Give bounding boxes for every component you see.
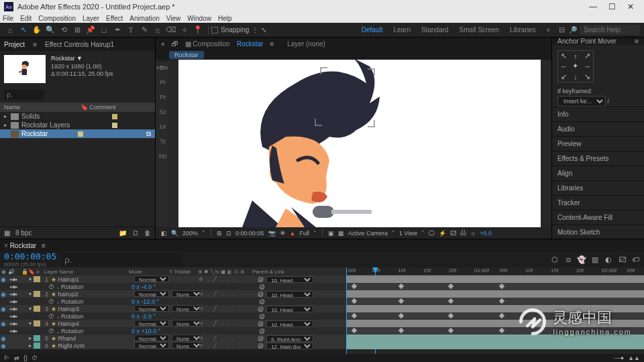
chevron-down-icon[interactable]: ˅ xyxy=(202,230,205,237)
roi-icon[interactable]: ▣ xyxy=(328,230,334,237)
layer-track-bar[interactable] xyxy=(347,290,644,298)
blend-mode-select[interactable]: Normal xyxy=(134,342,169,349)
workspace-small-screen[interactable]: Small Screen xyxy=(460,26,499,34)
keyframe-diamond[interactable] xyxy=(499,298,504,304)
expression-icon[interactable]: @ xyxy=(185,284,259,290)
timeline-menu-icon[interactable]: ≡ xyxy=(42,242,46,249)
expression-icon[interactable]: @ xyxy=(185,313,259,320)
anchor-t[interactable]: ↑ xyxy=(570,51,581,61)
layer-track-bar[interactable] xyxy=(347,276,644,283)
layer-row[interactable]: ◉▸6★ Right ArmNormalNone⊕ . ╱ . . .@12. … xyxy=(0,342,346,349)
expand-toggle[interactable]: ▾ xyxy=(27,291,34,297)
workspace-standard[interactable]: Standard xyxy=(421,26,449,34)
expand-toggle[interactable]: ▾ xyxy=(27,276,34,282)
workspace-default[interactable]: Default xyxy=(362,26,383,34)
comp-menu-icon[interactable]: ≡ xyxy=(270,40,274,48)
property-track[interactable] xyxy=(347,298,644,305)
col-comment[interactable]: 🔖 Comment xyxy=(80,104,116,111)
pickwhip-icon[interactable]: @ xyxy=(258,306,264,312)
property-row[interactable]: ◂◆▸⏱ ⌄ Rotation0 x -2.0 °@ xyxy=(0,312,346,320)
timeline-search-input[interactable] xyxy=(62,253,182,266)
workspace-more[interactable]: » xyxy=(546,26,550,34)
col-parent[interactable]: Parent & Link xyxy=(251,269,286,275)
panel-libraries[interactable]: Libraries xyxy=(552,180,644,195)
panel-tracker[interactable]: Tracker xyxy=(552,195,644,210)
chevron-down-icon[interactable]: ˅ xyxy=(392,230,395,237)
layer-row[interactable]: ◉◂◆▸▾3★ Hairup3NormalNone⊕ . ╱ . . .@10.… xyxy=(0,305,346,312)
layer-switches[interactable]: ⊕ . ╱ . . . xyxy=(199,320,258,326)
col-name[interactable]: Name xyxy=(4,104,20,111)
project-search-input[interactable] xyxy=(4,90,44,100)
layer-track-bar[interactable] xyxy=(347,320,644,327)
view-layout[interactable]: 1 View xyxy=(399,230,417,237)
keyframe-diamond[interactable] xyxy=(398,284,404,289)
exposure-reset-icon[interactable]: ☼ xyxy=(470,230,476,237)
col-audio-icon[interactable]: 🔊 xyxy=(7,269,20,275)
draft3d-icon[interactable]: ⧈ xyxy=(564,255,573,264)
layer-color-label[interactable] xyxy=(34,320,40,326)
layer-name[interactable]: ★ Rhand xyxy=(50,335,134,342)
property-row[interactable]: ◂◆▸⏱ ⌄ Rotation0 x -4.0 °@ xyxy=(0,283,346,290)
color-label[interactable] xyxy=(78,131,83,137)
expression-icon[interactable]: @ xyxy=(185,298,259,305)
anchor-tl[interactable]: ↖ xyxy=(558,51,570,61)
tab-prev-icon[interactable]: « xyxy=(161,40,165,48)
visibility-toggle[interactable]: ◉ xyxy=(0,335,7,342)
parent-select[interactable]: 10. Head xyxy=(266,320,313,327)
kf-nav[interactable]: ◂◆▸ xyxy=(7,328,20,334)
property-track[interactable] xyxy=(347,312,644,320)
tab-menu-icon[interactable]: ≡ xyxy=(33,41,37,48)
kf-nav[interactable]: ◂◆▸ xyxy=(7,277,20,282)
maximize-button[interactable]: ☐ xyxy=(602,2,621,11)
anchor-bl[interactable]: ↙ xyxy=(558,72,570,82)
anchor-b[interactable]: ↓ xyxy=(570,72,581,82)
panel-align[interactable]: Align xyxy=(552,166,644,180)
grid-icon[interactable]: ⊡ xyxy=(226,230,231,237)
render-time-icon[interactable]: ⏱ xyxy=(32,355,38,361)
zoom-slider[interactable]: ▲▲ xyxy=(628,355,640,361)
strip-item[interactable]: Sc xyxy=(160,109,167,115)
new-comp-icon[interactable]: 🗋 xyxy=(132,229,139,237)
layer-switches[interactable]: ⊕ . ╱ . . . xyxy=(199,276,258,282)
strip-item[interactable]: Ur xyxy=(160,123,166,130)
layer-track-bar[interactable] xyxy=(347,335,644,342)
camera-select[interactable]: Active Camera xyxy=(348,230,388,237)
keyframe-diamond[interactable] xyxy=(398,298,404,304)
keyframe-diamond[interactable] xyxy=(499,313,504,318)
col-lock-icon[interactable]: 🔒 xyxy=(20,269,27,275)
property-row[interactable]: ◂◆▸⏱ ⌄ Rotation0 x +10.0 °@ xyxy=(0,327,346,335)
anchor-r[interactable]: → xyxy=(582,61,593,71)
layer-switches[interactable]: ⊕ . ╱ . . . xyxy=(199,291,258,297)
shape-tool[interactable]: □ xyxy=(98,24,110,36)
keyframe-diamond[interactable] xyxy=(448,313,453,318)
blend-mode-select[interactable]: Normal xyxy=(134,320,169,326)
parent-link[interactable]: @6. Right Arm xyxy=(258,335,346,342)
snapping-checkbox[interactable] xyxy=(211,27,218,34)
layer-switches[interactable]: ⊕ . ╱ . . . xyxy=(199,343,258,349)
parent-select[interactable]: 6. Right Arm xyxy=(266,335,313,342)
color-label[interactable] xyxy=(112,114,117,119)
layer-name[interactable]: ★ Hairup1 xyxy=(50,276,134,283)
chevron-down-icon[interactable]: ˅ xyxy=(313,230,317,237)
keyframe-diamond[interactable] xyxy=(352,298,357,304)
layer-switches[interactable]: ⊕ . ╱ . . . xyxy=(199,335,258,341)
menu-animation[interactable]: Animation xyxy=(129,15,159,22)
layer-color-label[interactable] xyxy=(34,291,40,297)
keyframe-diamond[interactable] xyxy=(448,284,453,289)
info-icon[interactable]: i xyxy=(608,98,609,105)
workspace-reset-icon[interactable]: ⊟ xyxy=(555,24,568,36)
parent-link[interactable]: @10. Head xyxy=(258,291,346,298)
keyframe-diamond[interactable] xyxy=(352,328,357,333)
snapshot-icon[interactable]: 📷 xyxy=(268,230,276,237)
parent-link[interactable]: @12. Main Bod xyxy=(258,343,346,349)
parent-link[interactable]: @10. Head xyxy=(258,306,346,312)
minimize-button[interactable]: — xyxy=(584,2,602,11)
composition-canvas[interactable] xyxy=(178,60,541,227)
menu-help[interactable]: Help xyxy=(218,15,232,22)
roto-tool[interactable]: ⟡ xyxy=(178,24,191,36)
pickwhip-icon[interactable]: @ xyxy=(258,291,264,298)
expand-toggle[interactable]: ▸ xyxy=(27,335,34,341)
timeline-icon[interactable]: 🗠 xyxy=(450,230,456,237)
resolution-select[interactable]: Full xyxy=(300,230,310,237)
pickwhip-icon[interactable]: @ xyxy=(258,320,264,327)
